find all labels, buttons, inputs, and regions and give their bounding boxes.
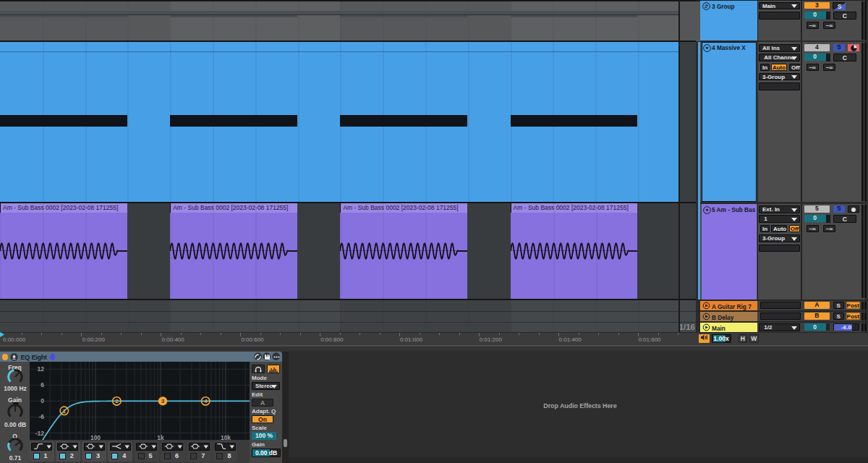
svg-text:1: 1: [63, 408, 67, 415]
svg-text:2: 2: [115, 398, 119, 404]
svg-text:S: S: [838, 3, 842, 10]
svg-text:4: 4: [204, 398, 208, 404]
svg-text:3: 3: [161, 398, 165, 404]
